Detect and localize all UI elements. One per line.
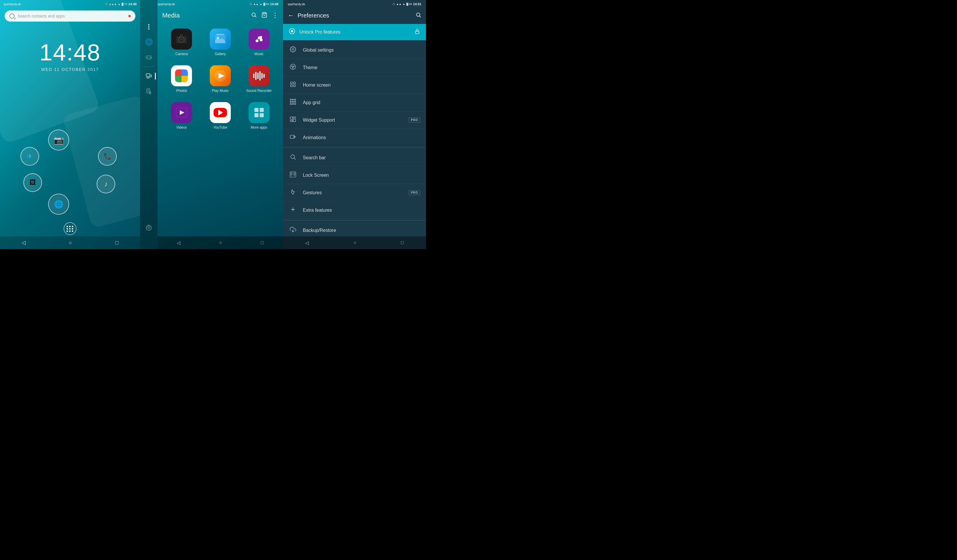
sidebar-item-more[interactable] bbox=[142, 20, 156, 34]
nav-recent-1[interactable]: □ bbox=[115, 240, 118, 246]
bar5 bbox=[261, 73, 262, 79]
dots-grid bbox=[66, 226, 74, 232]
pref-item-theme[interactable]: Theme bbox=[283, 59, 426, 76]
signal-icon-3: ▲▲ bbox=[396, 3, 401, 6]
photos-icon bbox=[174, 68, 190, 84]
signal-icon-2: ▲▲ bbox=[253, 3, 259, 6]
app-icon-photos-wrapper bbox=[171, 65, 192, 86]
screen-media: 🌐 bbox=[140, 0, 283, 249]
wifi-icon: ▲ bbox=[118, 3, 120, 6]
app-item-soundrecorder[interactable]: Sound Recorder bbox=[240, 61, 278, 98]
pref-header: ← Preferences bbox=[283, 8, 426, 23]
nav-back-2[interactable]: ◁ bbox=[177, 240, 180, 246]
app-item-moreapps[interactable]: More apps bbox=[240, 98, 278, 134]
pref-title: Preferences bbox=[298, 12, 412, 19]
yt-play-triangle bbox=[218, 110, 223, 115]
app-icon-music-wrapper bbox=[249, 28, 270, 50]
app-label-moreapps: More apps bbox=[251, 125, 267, 129]
svg-point-47 bbox=[294, 66, 294, 67]
pref-item-home-screen[interactable]: Home screen bbox=[283, 76, 426, 94]
app-item-videos[interactable]: Videos bbox=[162, 98, 201, 134]
app-drawer-button[interactable] bbox=[63, 222, 76, 235]
svg-line-18 bbox=[255, 16, 256, 17]
home-screen-icon bbox=[289, 81, 297, 89]
unlock-pro-banner[interactable]: Unlock Pro features bbox=[283, 24, 426, 40]
svg-rect-36 bbox=[260, 108, 264, 112]
pref-item-lock-screen[interactable]: Lock Screen bbox=[283, 167, 426, 184]
svg-rect-65 bbox=[290, 120, 293, 122]
sidebar-item-games[interactable] bbox=[142, 50, 156, 64]
search-bar[interactable]: Search contacts and apps bbox=[5, 11, 135, 22]
pref-item-app-grid[interactable]: App grid bbox=[283, 94, 426, 111]
app-icon-gallery-wrapper bbox=[210, 28, 231, 50]
nav-home-1[interactable]: ○ bbox=[69, 240, 72, 246]
app-item-playmusic[interactable]: Play Music bbox=[201, 61, 240, 98]
pref-search-icon[interactable] bbox=[415, 12, 421, 19]
app-icon-camera[interactable]: 📷 bbox=[48, 129, 69, 150]
svg-rect-38 bbox=[260, 113, 264, 117]
bar1 bbox=[253, 74, 254, 78]
app-item-gallery[interactable]: Gallery bbox=[201, 24, 240, 61]
camera-icon-svg bbox=[176, 34, 187, 44]
app-icon-camera-wrapper bbox=[171, 28, 192, 50]
svg-line-40 bbox=[419, 16, 421, 17]
media-header: Media ⋮ bbox=[158, 8, 283, 24]
pref-item-search-bar[interactable]: Search bar bbox=[283, 149, 426, 167]
app-item-music[interactable]: Music bbox=[240, 24, 278, 61]
svg-point-2 bbox=[148, 28, 150, 30]
sidebar-item-browser[interactable]: 🌐 bbox=[142, 35, 156, 49]
dot bbox=[66, 230, 68, 232]
app-icon-browser[interactable]: 🌐 bbox=[48, 194, 69, 215]
status-icons-1: ⬡ ▲▲▲ ▲ ▓ 70 14:48 bbox=[105, 2, 137, 6]
back-button[interactable]: ← bbox=[288, 12, 294, 19]
svg-rect-60 bbox=[292, 104, 294, 105]
app-icon-gallery[interactable]: 🖼 bbox=[23, 173, 42, 192]
sidebar-item-media[interactable] bbox=[142, 69, 156, 83]
status-icons-2: ⬡ ▲▲ ▲ ▓ 69 14:48 bbox=[250, 2, 278, 6]
svg-rect-51 bbox=[291, 85, 292, 87]
more-icon[interactable]: ⋮ bbox=[272, 12, 278, 19]
pref-item-extra-features[interactable]: Extra features bbox=[283, 202, 426, 219]
status-time-3: 14:51 bbox=[413, 2, 421, 6]
search-icon-2[interactable] bbox=[251, 12, 257, 19]
app-icon-telegram[interactable]: ✈ bbox=[21, 147, 39, 166]
app-label-videos: Videos bbox=[176, 125, 187, 129]
nav-back-1[interactable]: ◁ bbox=[22, 240, 26, 246]
dot bbox=[66, 226, 68, 227]
pref-item-widget-support[interactable]: Widget Support PRO bbox=[283, 111, 426, 129]
nav-home-3[interactable]: ○ bbox=[353, 240, 356, 245]
bar3 bbox=[257, 73, 259, 79]
media-icon bbox=[145, 73, 152, 79]
pro-badge-gestures: PRO bbox=[409, 190, 420, 195]
media-title: Media bbox=[162, 12, 180, 19]
app-icon-youtube-wrapper bbox=[210, 102, 231, 123]
petal-green bbox=[175, 76, 182, 82]
svg-rect-43 bbox=[415, 31, 419, 33]
nav-back-3[interactable]: ◁ bbox=[305, 240, 309, 246]
wifi-icon-3: ▲ bbox=[403, 3, 405, 6]
nav-recent-2[interactable]: □ bbox=[261, 240, 264, 245]
nav-recent-3[interactable]: □ bbox=[401, 240, 404, 245]
extra-features-label: Extra features bbox=[303, 208, 420, 213]
sidebar-item-documents[interactable] bbox=[142, 84, 156, 98]
main-content: sparhandy.de ⬡ ▲▲ ▲ ▓ 69 14:48 Media bbox=[158, 0, 283, 249]
app-icon-music[interactable]: ♪ bbox=[96, 175, 115, 193]
app-icon-phone[interactable]: 📞 bbox=[98, 147, 117, 166]
sidebar-item-settings[interactable] bbox=[142, 221, 156, 235]
search-bar-container[interactable]: Search contacts and apps bbox=[5, 11, 135, 22]
store-icon[interactable] bbox=[261, 12, 267, 19]
app-item-camera[interactable]: Camera bbox=[162, 24, 201, 61]
home-screen-label: Home screen bbox=[303, 82, 420, 88]
pref-item-backup[interactable]: Backup/Restore bbox=[283, 222, 426, 236]
svg-point-23 bbox=[179, 36, 180, 38]
nav-home-2[interactable]: ○ bbox=[219, 240, 222, 245]
app-icon-playmusic-wrapper bbox=[210, 65, 231, 86]
more-dots-icon bbox=[145, 24, 152, 30]
pref-item-animations[interactable]: Animations bbox=[283, 129, 426, 147]
app-item-youtube[interactable]: YouTube bbox=[201, 98, 240, 134]
pref-item-global-settings[interactable]: Global settings bbox=[283, 41, 426, 59]
search-placeholder: Search contacts and apps bbox=[17, 14, 125, 18]
app-item-photos[interactable]: Photos bbox=[162, 61, 201, 98]
svg-rect-63 bbox=[293, 117, 295, 118]
pref-item-gestures[interactable]: Gestures PRO bbox=[283, 184, 426, 202]
